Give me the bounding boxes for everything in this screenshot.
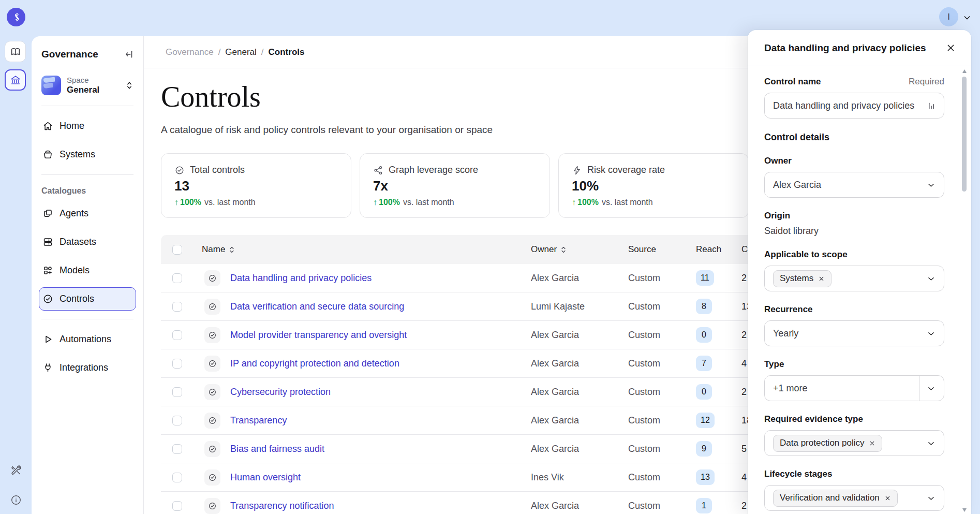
control-name-link[interactable]: Human oversight [220, 472, 531, 483]
info-icon[interactable] [10, 494, 22, 506]
stat-label: Risk coverage rate [587, 165, 665, 175]
row-checkbox[interactable] [172, 444, 182, 454]
trend-label: vs. last month [403, 198, 454, 207]
chip-remove-icon[interactable] [818, 275, 825, 282]
sidebar-item-models[interactable]: Models [39, 259, 136, 282]
control-status-icon [204, 413, 220, 429]
control-name-link[interactable]: Model provider transparency and oversigh… [220, 330, 531, 341]
lifecycle-select[interactable]: Verification and validation [764, 485, 944, 511]
table-row[interactable]: Transparency notification Alex Garcia Cu… [161, 492, 803, 514]
row-checkbox[interactable] [172, 387, 182, 397]
sidebar-item-controls[interactable]: Controls [39, 287, 136, 311]
row-checkbox[interactable] [172, 273, 182, 283]
trend-value: 100% [180, 198, 201, 207]
source-cell: Custom [628, 330, 696, 341]
governance-rail-button[interactable] [5, 69, 26, 91]
reach-badge: 0 [696, 384, 712, 400]
reach-badge: 1 [696, 498, 712, 513]
table-row[interactable]: Data handling and privacy policies Alex … [161, 264, 803, 292]
panel-scrollbar[interactable] [962, 69, 967, 512]
control-name-link[interactable]: Transparency [220, 415, 531, 426]
evidence-select[interactable]: Data protection policy [764, 430, 944, 456]
control-name-link[interactable]: Transparency notification [220, 501, 531, 511]
chevron-down-icon [927, 329, 936, 338]
control-name-link[interactable]: IP and copyright protection and detectio… [220, 358, 531, 369]
scroll-up-icon[interactable] [962, 69, 967, 73]
chip-remove-icon[interactable] [884, 495, 891, 502]
breadcrumb-general[interactable]: General [225, 47, 256, 57]
source-cell: Custom [628, 444, 696, 454]
type-select[interactable]: +1 more [764, 375, 944, 401]
table-row[interactable]: Cybersecurity protection Alex Garcia Cus… [161, 378, 803, 406]
origin-value: Saidot library [764, 226, 944, 237]
table-row[interactable]: Bias and fairness audit Alex Garcia Cust… [161, 435, 803, 463]
breadcrumb-separator: / [218, 47, 221, 57]
space-selector[interactable]: Space General [39, 74, 136, 97]
column-header-reach[interactable]: Reach [696, 244, 741, 255]
tools-icon[interactable] [10, 464, 22, 477]
sort-icon[interactable] [560, 246, 567, 254]
sidebar-item-integrations[interactable]: Integrations [39, 356, 136, 379]
column-header-owner[interactable]: Owner [531, 244, 557, 255]
control-name-input[interactable]: Data handling and privacy policies [764, 93, 944, 119]
systems-icon [42, 149, 53, 160]
sidebar-item-label: Datasets [60, 237, 96, 247]
column-header-source[interactable]: Source [628, 244, 696, 255]
sort-icon[interactable] [229, 246, 235, 254]
table-row[interactable]: IP and copyright protection and detectio… [161, 349, 803, 378]
sidebar-item-label: Systems [60, 149, 95, 160]
stat-value: 13 [174, 178, 338, 194]
select-all-checkbox[interactable] [172, 245, 182, 255]
divider [41, 174, 133, 175]
control-name-link[interactable]: Cybersecurity protection [220, 387, 531, 398]
source-cell: Custom [628, 472, 696, 483]
chip-remove-icon[interactable] [869, 440, 875, 447]
row-checkbox[interactable] [172, 416, 182, 425]
control-name-label: Control name [764, 77, 821, 87]
stat-card-total-controls: Total controls 13 ↑ 100% vs. last month [161, 153, 351, 218]
chevrons-updown-icon [125, 81, 133, 90]
table-header: Name Owner Source Reach [161, 235, 803, 264]
control-status-icon [204, 441, 220, 457]
reach-badge: 7 [696, 356, 712, 371]
sidebar-item-systems[interactable]: Systems [39, 143, 136, 166]
sidebar-item-automations[interactable]: Automations [39, 328, 136, 351]
recurrence-select[interactable]: Yearly [764, 320, 944, 346]
sidebar-collapse-button[interactable] [124, 49, 135, 60]
owner-select[interactable]: Alex Garcia [764, 172, 944, 198]
scope-select[interactable]: Systems [764, 266, 944, 291]
scroll-down-icon[interactable] [962, 508, 967, 512]
row-checkbox[interactable] [172, 501, 182, 511]
avatar[interactable]: I [939, 7, 958, 26]
control-name-link[interactable]: Bias and fairness audit [220, 444, 531, 454]
sidebar-item-label: Controls [60, 293, 94, 304]
table-row[interactable]: Data verification and secure data sourci… [161, 292, 803, 321]
owner-cell: Alex Garcia [531, 415, 628, 426]
column-header-name[interactable]: Name [202, 244, 225, 255]
library-rail-button[interactable] [5, 41, 26, 62]
sidebar-item-home[interactable]: Home [39, 114, 136, 138]
table-row[interactable]: Model provider transparency and oversigh… [161, 321, 803, 349]
trend-label: vs. last month [204, 198, 256, 207]
breadcrumb-separator: / [261, 47, 264, 57]
control-name-link[interactable]: Data handling and privacy policies [220, 273, 531, 284]
breadcrumb-governance[interactable]: Governance [166, 47, 214, 57]
owner-cell: Alex Garcia [531, 273, 628, 284]
control-status-icon [204, 356, 220, 372]
source-cell: Custom [628, 415, 696, 426]
row-checkbox[interactable] [172, 359, 182, 369]
row-checkbox[interactable] [172, 473, 182, 482]
logo-mark-icon [10, 11, 22, 23]
account-chevron-down-icon[interactable] [963, 13, 971, 22]
control-name-link[interactable]: Data verification and secure data sourci… [220, 301, 531, 312]
table-row[interactable]: Transparency Alex Garcia Custom 12 18 [161, 406, 803, 435]
close-icon[interactable] [946, 43, 956, 53]
icon-rail [0, 36, 32, 514]
sidebar-item-agents[interactable]: Agents [39, 202, 136, 225]
scrollbar-thumb[interactable] [962, 77, 967, 192]
sidebar-title: Governance [41, 49, 98, 60]
row-checkbox[interactable] [172, 330, 182, 340]
table-row[interactable]: Human oversight Ines Vik Custom 13 4 [161, 463, 803, 492]
row-checkbox[interactable] [172, 302, 182, 312]
sidebar-item-datasets[interactable]: Datasets [39, 230, 136, 254]
